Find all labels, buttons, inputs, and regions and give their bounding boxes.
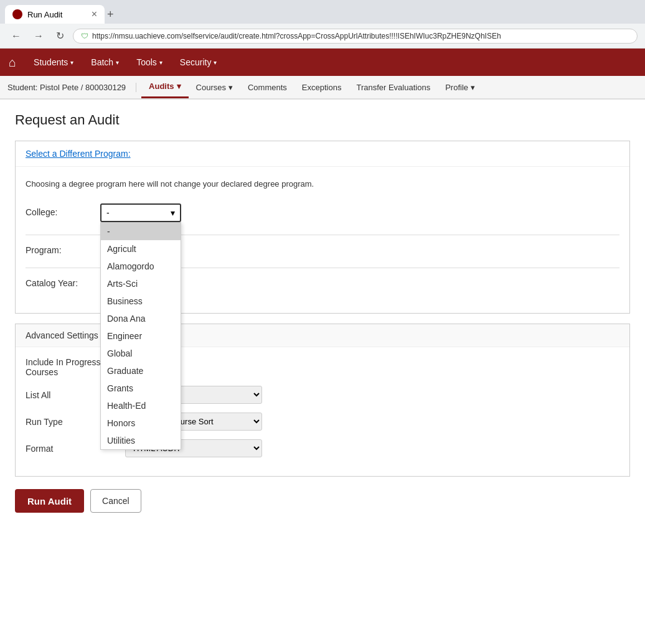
page-title: Request an Audit [15,112,630,128]
college-option-arts-sci[interactable]: Arts-Sci [101,275,181,292]
back-button[interactable]: ← [7,28,25,44]
college-selected-value: - [106,208,110,218]
app-nav: ⌂ Students ▾ Batch ▾ Tools ▾ Security ▾ [0,49,645,76]
nav-item-batch[interactable]: Batch ▾ [82,49,128,76]
college-option-utilities[interactable]: Utilities [101,432,181,449]
student-info: Student: Pistol Pete / 800030129 [7,83,136,92]
forward-button[interactable]: → [30,28,47,44]
college-option-agricult[interactable]: Agricult [101,240,181,258]
main-content: Request an Audit Select a Different Prog… [0,100,645,525]
college-control-wrap: - ▾ -AgricultAlamogordoArts-SciBusinessD… [100,203,619,222]
college-dropdown[interactable]: -AgricultAlamogordoArts-SciBusinessDona … [100,222,181,450]
subnav-item-audits[interactable]: Audits ▾ [141,76,188,98]
college-label: College: [26,203,100,217]
subnav-label-comments: Comments [248,83,287,92]
tab-close-button[interactable]: × [92,9,97,20]
advanced-settings-label: Advanced Settings [26,330,98,340]
chevron-down-icon: ▾ [171,208,175,218]
subnav-item-profile[interactable]: Profile ▾ [438,76,483,98]
new-tab-button[interactable]: + [107,8,114,21]
college-option--[interactable]: - [101,223,181,240]
nav-label-tools: Tools [136,57,157,67]
active-tab[interactable]: Run Audit × [5,5,105,24]
college-option-graduate[interactable]: Graduate [101,362,181,380]
cancel-button[interactable]: Cancel [90,489,141,513]
college-option-honors[interactable]: Honors [101,414,181,432]
tab-title: Run Audit [27,10,62,19]
college-option-dona-ana[interactable]: Dona Ana [101,310,181,327]
nav-label-security: Security [180,57,212,67]
college-option-global[interactable]: Global [101,345,181,362]
program-label: Program: [26,241,100,255]
subnav-item-transfer-evaluations[interactable]: Transfer Evaluations [349,76,438,98]
chevron-down-icon: ▾ [159,59,162,66]
chevron-down-icon: ▾ [471,83,475,92]
program-selection-box: Select a Different Program: Choosing a d… [15,141,630,314]
college-option-business[interactable]: Business [101,292,181,310]
college-option-engineer[interactable]: Engineer [101,327,181,345]
chevron-down-icon: ▾ [70,59,73,66]
subnav-label-courses: Courses [196,83,226,92]
college-form-row: College: - ▾ -AgricultAlamogordoArts-Sci… [26,203,619,222]
chevron-down-icon: ▾ [228,83,233,92]
home-button[interactable]: ⌂ [0,49,25,76]
run-audit-button[interactable]: Run Audit [15,489,84,513]
nav-item-security[interactable]: Security ▾ [171,49,226,76]
lock-icon: 🛡 [81,32,88,40]
nav-item-students[interactable]: Students ▾ [25,49,82,76]
address-bar: ← → ↻ 🛡 https://nmsu.uachieve.com/selfse… [0,24,645,48]
college-option-health-ed[interactable]: Health-Ed [101,397,181,414]
subnav-label-profile: Profile [445,83,468,92]
chevron-down-icon: ▾ [177,82,181,91]
nav-item-tools[interactable]: Tools ▾ [128,49,171,76]
college-option-alamogordo[interactable]: Alamogordo [101,258,181,275]
url-text: https://nmsu.uachieve.com/selfservice/au… [92,32,501,40]
info-text: Choosing a degree program here will not … [26,179,619,189]
url-bar[interactable]: 🛡 https://nmsu.uachieve.com/selfservice/… [73,29,638,44]
home-icon: ⌂ [9,55,16,69]
chevron-down-icon: ▾ [116,59,119,66]
subnav-label-exceptions: Exceptions [302,83,342,92]
nav-label-batch: Batch [91,57,113,67]
sub-nav: Student: Pistol Pete / 800030129 Audits … [0,76,645,100]
chevron-down-icon: ▾ [214,59,217,66]
subnav-item-courses[interactable]: Courses ▾ [189,76,240,98]
college-option-grants[interactable]: Grants [101,380,181,397]
tab-favicon [12,9,22,19]
tab-bar: Run Audit × + [0,0,645,24]
subnav-item-exceptions[interactable]: Exceptions [294,76,349,98]
browser-chrome: Run Audit × + ← → ↻ 🛡 https://nmsu.uachi… [0,0,645,49]
refresh-button[interactable]: ↻ [52,27,68,44]
select-program-link[interactable]: Select a Different Program: [16,141,629,166]
action-buttons: Run Audit Cancel [15,489,630,513]
subnav-item-comments[interactable]: Comments [240,76,294,98]
nav-label-students: Students [34,57,68,67]
subnav-label-audits: Audits [149,82,174,91]
catalog-year-label: Catalog Year: [26,274,100,288]
program-form-section: Choosing a degree program here will not … [16,166,629,313]
subnav-label-transfer-evaluations: Transfer Evaluations [356,83,430,92]
college-select[interactable]: - ▾ [100,203,181,222]
